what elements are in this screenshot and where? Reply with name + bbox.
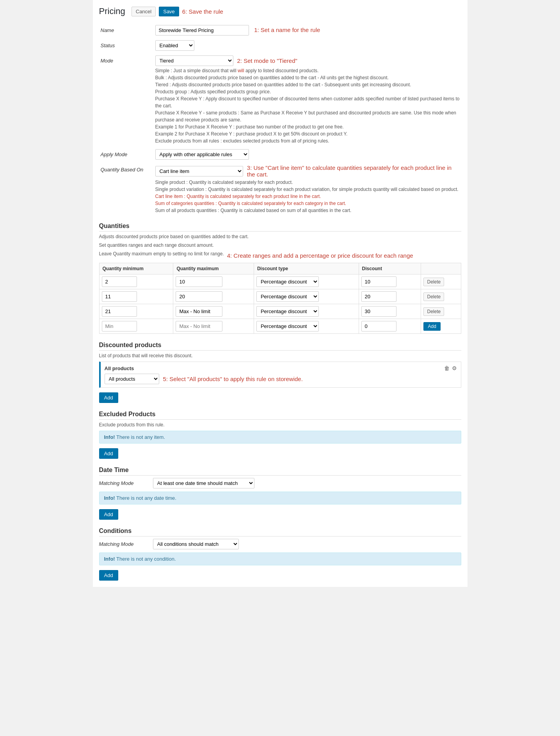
discount-cell [359, 304, 421, 319]
datetime-info-text: There is not any date time. [116, 495, 176, 501]
discount-input[interactable] [361, 276, 396, 287]
qty-table-header-row: Quantity minimum Quantity maximum Discou… [99, 263, 461, 274]
qty-max-input[interactable] [176, 306, 222, 317]
discount-type-cell: Percentage discount Price discount Fixed… [254, 289, 359, 304]
excluded-products-title: Excluded Products [99, 411, 461, 420]
qty-min-cell [99, 289, 173, 304]
trash-icon[interactable]: 🗑 [444, 365, 450, 371]
qty-desc-2: Single product variation : Quantity is c… [155, 186, 460, 193]
apply-mode-select[interactable]: Apply with other applicable rules Apply … [155, 149, 249, 160]
quantities-desc2: Set quantities ranges and each range dis… [99, 242, 461, 248]
add-discounted-product-button[interactable]: Add [99, 392, 118, 403]
discount-cell [359, 289, 421, 304]
qty-min-input[interactable] [102, 306, 137, 317]
col-qty-max: Quantity maximum [173, 263, 254, 274]
qty-max-input[interactable] [176, 291, 222, 302]
add-condition-button[interactable]: Add [99, 570, 118, 581]
mode-annotation: 2: Set mode to "Tiered" [237, 57, 297, 64]
discounted-products-desc: List of products that will receive this … [99, 353, 461, 358]
status-select[interactable]: Enabled Disabled [155, 40, 194, 51]
table-row: Percentage discount Price discount Fixed… [99, 274, 461, 289]
quantities-annotation: 4: Create ranges and add a percentage or… [227, 252, 413, 259]
status-cell: Enabled Disabled [154, 38, 461, 53]
excluded-info-label: Info! [104, 434, 115, 440]
cancel-button[interactable]: Cancel [132, 7, 156, 16]
qty-based-select[interactable]: Single product Single product variation … [155, 166, 243, 176]
discount-type-select[interactable]: Percentage discount Price discount Fixed… [256, 276, 319, 287]
qty-based-descriptions: Single product : Quantity is calculated … [155, 179, 460, 214]
page-wrap: Pricing Cancel Save 6: Save the rule Nam… [93, 0, 468, 587]
discounted-products-title: Discounted products [99, 342, 461, 351]
name-label: Name [99, 23, 154, 38]
discount-input[interactable] [361, 291, 396, 302]
qty-min-cell [99, 304, 173, 319]
apply-mode-label: Apply Mode [99, 147, 154, 162]
quantities-desc3: Leave Quantity maximum empty to setting … [99, 251, 224, 257]
qty-max-input[interactable] [176, 276, 222, 287]
mode-desc-2: Bulk : Adjusts discounted products price… [155, 74, 460, 81]
new-qty-min-input[interactable] [102, 321, 137, 331]
datetime-matching-row: Matching Mode At least one date time sho… [99, 478, 461, 488]
qty-based-row: Quantity Based On Single product Single … [99, 162, 461, 216]
new-discount-type-select[interactable]: Percentage discount Price discount Fixed… [256, 321, 319, 331]
conditions-matching-row: Matching Mode All conditions should matc… [99, 539, 461, 549]
mode-desc-9: Exclude products from all rules : exclud… [155, 137, 460, 144]
add-qty-row-button[interactable]: Add [423, 322, 440, 331]
conditions-matching-label: Matching Mode [99, 541, 150, 547]
qty-based-annotation: 3: Use "Cart line item" to calculate qua… [247, 164, 460, 178]
name-input[interactable] [155, 25, 249, 36]
discount-input[interactable] [361, 306, 396, 317]
conditions-info-text: There is not any condition. [116, 556, 176, 562]
discount-type-select[interactable]: Percentage discount Price discount Fixed… [256, 291, 319, 302]
datetime-matching-label: Matching Mode [99, 480, 150, 486]
delete-row-button[interactable]: Delete [423, 278, 444, 286]
qty-desc-1: Single product : Quantity is calculated … [155, 179, 460, 186]
qty-max-cell [173, 289, 254, 304]
mode-desc-1: Simple : Just a simple discount that wil… [155, 67, 460, 74]
qty-add-row: Percentage discount Price discount Fixed… [99, 319, 461, 334]
excluded-products-desc: Exclude products from this rule. [99, 422, 461, 428]
datetime-info: Info! There is not any date time. [99, 492, 461, 504]
apply-mode-cell: Apply with other applicable rules Apply … [154, 147, 461, 162]
delete-cell: Delete [421, 289, 461, 304]
qty-based-cell: Single product Single product variation … [154, 162, 461, 216]
name-row: Name 1: Set a name for the rule [99, 23, 461, 38]
qty-min-input[interactable] [102, 276, 137, 287]
save-button[interactable]: Save [159, 7, 179, 16]
delete-row-button[interactable]: Delete [423, 307, 444, 316]
col-discount-type: Discount type [254, 263, 359, 274]
save-annotation: 6: Save the rule [182, 8, 223, 15]
form-table: Name 1: Set a name for the rule Status E… [99, 23, 461, 216]
page-title: Pricing [99, 6, 125, 16]
qty-desc-4: Sum of categories quantities : Quantity … [155, 200, 460, 207]
apply-mode-row: Apply Mode Apply with other applicable r… [99, 147, 461, 162]
new-discount-input[interactable] [361, 321, 396, 331]
all-products-select[interactable]: All products products Specific products [105, 374, 159, 384]
col-qty-min: Quantity minimum [99, 263, 173, 274]
datetime-section-title: Date Time [99, 467, 461, 476]
datetime-matching-select[interactable]: At least one date time should match All … [153, 478, 254, 488]
mode-row: Mode Simple Bulk Tiered Products group P… [99, 53, 461, 147]
mode-desc-4: Products group : Adjusts specified produ… [155, 88, 460, 95]
datetime-info-label: Info! [104, 495, 115, 501]
qty-min-input[interactable] [102, 291, 137, 302]
discount-cell [359, 274, 421, 289]
new-qty-max-input[interactable] [176, 321, 222, 331]
conditions-matching-select[interactable]: All conditions should match At least one… [153, 539, 239, 549]
name-annotation: 1: Set a name for the rule [254, 27, 320, 33]
conditions-info-label: Info! [104, 556, 115, 562]
mode-label: Mode [99, 53, 154, 147]
add-excluded-product-button[interactable]: Add [99, 448, 118, 459]
discount-type-select[interactable]: Percentage discount Price discount Fixed… [256, 306, 319, 317]
delete-row-button[interactable]: Delete [423, 292, 444, 301]
excluded-info-text: There is not any item. [116, 434, 165, 440]
product-block-header: All products 🗑 ⚙ [105, 365, 457, 371]
add-datetime-button[interactable]: Add [99, 509, 118, 520]
mode-select[interactable]: Simple Bulk Tiered Products group Purcha… [155, 55, 233, 66]
qty-max-cell [173, 304, 254, 319]
excluded-products-info: Info! There is not any item. [99, 431, 461, 444]
mode-descriptions: Simple : Just a simple discount that wil… [155, 67, 460, 144]
qty-max-cell [173, 274, 254, 289]
new-qty-max-cell [173, 319, 254, 334]
gear-icon[interactable]: ⚙ [452, 365, 457, 371]
